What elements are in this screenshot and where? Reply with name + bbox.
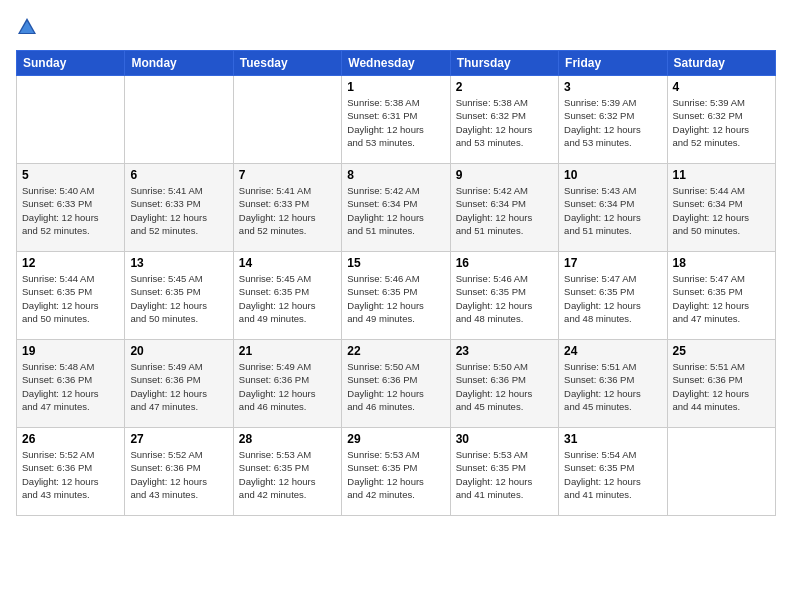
day-number: 24: [564, 344, 661, 358]
weekday-wednesday: Wednesday: [342, 51, 450, 76]
week-row-5: 26Sunrise: 5:52 AM Sunset: 6:36 PM Dayli…: [17, 428, 776, 516]
day-number: 7: [239, 168, 336, 182]
day-info: Sunrise: 5:49 AM Sunset: 6:36 PM Dayligh…: [239, 360, 336, 413]
calendar-cell: 20Sunrise: 5:49 AM Sunset: 6:36 PM Dayli…: [125, 340, 233, 428]
day-info: Sunrise: 5:48 AM Sunset: 6:36 PM Dayligh…: [22, 360, 119, 413]
day-number: 3: [564, 80, 661, 94]
calendar-cell: 13Sunrise: 5:45 AM Sunset: 6:35 PM Dayli…: [125, 252, 233, 340]
day-info: Sunrise: 5:40 AM Sunset: 6:33 PM Dayligh…: [22, 184, 119, 237]
calendar-cell: 11Sunrise: 5:44 AM Sunset: 6:34 PM Dayli…: [667, 164, 775, 252]
day-info: Sunrise: 5:53 AM Sunset: 6:35 PM Dayligh…: [239, 448, 336, 501]
day-number: 23: [456, 344, 553, 358]
day-number: 31: [564, 432, 661, 446]
week-row-4: 19Sunrise: 5:48 AM Sunset: 6:36 PM Dayli…: [17, 340, 776, 428]
day-info: Sunrise: 5:51 AM Sunset: 6:36 PM Dayligh…: [673, 360, 770, 413]
calendar-cell: 23Sunrise: 5:50 AM Sunset: 6:36 PM Dayli…: [450, 340, 558, 428]
week-row-2: 5Sunrise: 5:40 AM Sunset: 6:33 PM Daylig…: [17, 164, 776, 252]
day-number: 21: [239, 344, 336, 358]
day-number: 9: [456, 168, 553, 182]
day-info: Sunrise: 5:46 AM Sunset: 6:35 PM Dayligh…: [456, 272, 553, 325]
day-info: Sunrise: 5:53 AM Sunset: 6:35 PM Dayligh…: [456, 448, 553, 501]
calendar-body: 1Sunrise: 5:38 AM Sunset: 6:31 PM Daylig…: [17, 76, 776, 516]
day-info: Sunrise: 5:42 AM Sunset: 6:34 PM Dayligh…: [456, 184, 553, 237]
calendar-cell: [17, 76, 125, 164]
page-header: [16, 16, 776, 38]
day-info: Sunrise: 5:47 AM Sunset: 6:35 PM Dayligh…: [673, 272, 770, 325]
day-info: Sunrise: 5:50 AM Sunset: 6:36 PM Dayligh…: [347, 360, 444, 413]
calendar-cell: 15Sunrise: 5:46 AM Sunset: 6:35 PM Dayli…: [342, 252, 450, 340]
calendar-cell: 27Sunrise: 5:52 AM Sunset: 6:36 PM Dayli…: [125, 428, 233, 516]
calendar-cell: 18Sunrise: 5:47 AM Sunset: 6:35 PM Dayli…: [667, 252, 775, 340]
calendar-cell: 9Sunrise: 5:42 AM Sunset: 6:34 PM Daylig…: [450, 164, 558, 252]
day-number: 12: [22, 256, 119, 270]
weekday-monday: Monday: [125, 51, 233, 76]
day-info: Sunrise: 5:38 AM Sunset: 6:31 PM Dayligh…: [347, 96, 444, 149]
weekday-friday: Friday: [559, 51, 667, 76]
calendar-cell: 5Sunrise: 5:40 AM Sunset: 6:33 PM Daylig…: [17, 164, 125, 252]
day-number: 20: [130, 344, 227, 358]
calendar-cell: 12Sunrise: 5:44 AM Sunset: 6:35 PM Dayli…: [17, 252, 125, 340]
day-number: 2: [456, 80, 553, 94]
day-info: Sunrise: 5:45 AM Sunset: 6:35 PM Dayligh…: [239, 272, 336, 325]
calendar-cell: 24Sunrise: 5:51 AM Sunset: 6:36 PM Dayli…: [559, 340, 667, 428]
calendar-cell: 4Sunrise: 5:39 AM Sunset: 6:32 PM Daylig…: [667, 76, 775, 164]
day-info: Sunrise: 5:39 AM Sunset: 6:32 PM Dayligh…: [564, 96, 661, 149]
day-info: Sunrise: 5:44 AM Sunset: 6:35 PM Dayligh…: [22, 272, 119, 325]
day-info: Sunrise: 5:45 AM Sunset: 6:35 PM Dayligh…: [130, 272, 227, 325]
calendar-cell: [125, 76, 233, 164]
calendar-cell: 1Sunrise: 5:38 AM Sunset: 6:31 PM Daylig…: [342, 76, 450, 164]
calendar-cell: [233, 76, 341, 164]
calendar-cell: 16Sunrise: 5:46 AM Sunset: 6:35 PM Dayli…: [450, 252, 558, 340]
day-number: 26: [22, 432, 119, 446]
weekday-tuesday: Tuesday: [233, 51, 341, 76]
calendar-cell: 28Sunrise: 5:53 AM Sunset: 6:35 PM Dayli…: [233, 428, 341, 516]
day-info: Sunrise: 5:47 AM Sunset: 6:35 PM Dayligh…: [564, 272, 661, 325]
calendar-cell: 17Sunrise: 5:47 AM Sunset: 6:35 PM Dayli…: [559, 252, 667, 340]
day-info: Sunrise: 5:41 AM Sunset: 6:33 PM Dayligh…: [130, 184, 227, 237]
calendar-cell: 25Sunrise: 5:51 AM Sunset: 6:36 PM Dayli…: [667, 340, 775, 428]
day-info: Sunrise: 5:39 AM Sunset: 6:32 PM Dayligh…: [673, 96, 770, 149]
week-row-3: 12Sunrise: 5:44 AM Sunset: 6:35 PM Dayli…: [17, 252, 776, 340]
day-number: 10: [564, 168, 661, 182]
calendar-cell: 7Sunrise: 5:41 AM Sunset: 6:33 PM Daylig…: [233, 164, 341, 252]
calendar-cell: 21Sunrise: 5:49 AM Sunset: 6:36 PM Dayli…: [233, 340, 341, 428]
calendar-cell: 2Sunrise: 5:38 AM Sunset: 6:32 PM Daylig…: [450, 76, 558, 164]
day-number: 25: [673, 344, 770, 358]
day-info: Sunrise: 5:38 AM Sunset: 6:32 PM Dayligh…: [456, 96, 553, 149]
day-number: 27: [130, 432, 227, 446]
calendar-cell: 22Sunrise: 5:50 AM Sunset: 6:36 PM Dayli…: [342, 340, 450, 428]
day-info: Sunrise: 5:52 AM Sunset: 6:36 PM Dayligh…: [22, 448, 119, 501]
day-number: 1: [347, 80, 444, 94]
day-info: Sunrise: 5:46 AM Sunset: 6:35 PM Dayligh…: [347, 272, 444, 325]
day-number: 18: [673, 256, 770, 270]
day-info: Sunrise: 5:44 AM Sunset: 6:34 PM Dayligh…: [673, 184, 770, 237]
weekday-sunday: Sunday: [17, 51, 125, 76]
calendar-cell: 19Sunrise: 5:48 AM Sunset: 6:36 PM Dayli…: [17, 340, 125, 428]
calendar-cell: 26Sunrise: 5:52 AM Sunset: 6:36 PM Dayli…: [17, 428, 125, 516]
day-info: Sunrise: 5:54 AM Sunset: 6:35 PM Dayligh…: [564, 448, 661, 501]
day-number: 14: [239, 256, 336, 270]
day-number: 30: [456, 432, 553, 446]
day-info: Sunrise: 5:49 AM Sunset: 6:36 PM Dayligh…: [130, 360, 227, 413]
day-number: 4: [673, 80, 770, 94]
day-number: 22: [347, 344, 444, 358]
calendar-cell: [667, 428, 775, 516]
day-number: 15: [347, 256, 444, 270]
day-info: Sunrise: 5:51 AM Sunset: 6:36 PM Dayligh…: [564, 360, 661, 413]
weekday-header-row: SundayMondayTuesdayWednesdayThursdayFrid…: [17, 51, 776, 76]
day-number: 11: [673, 168, 770, 182]
day-number: 8: [347, 168, 444, 182]
week-row-1: 1Sunrise: 5:38 AM Sunset: 6:31 PM Daylig…: [17, 76, 776, 164]
day-number: 28: [239, 432, 336, 446]
day-info: Sunrise: 5:43 AM Sunset: 6:34 PM Dayligh…: [564, 184, 661, 237]
day-info: Sunrise: 5:53 AM Sunset: 6:35 PM Dayligh…: [347, 448, 444, 501]
logo-icon: [16, 16, 38, 38]
calendar-cell: 8Sunrise: 5:42 AM Sunset: 6:34 PM Daylig…: [342, 164, 450, 252]
calendar-cell: 3Sunrise: 5:39 AM Sunset: 6:32 PM Daylig…: [559, 76, 667, 164]
calendar-cell: 30Sunrise: 5:53 AM Sunset: 6:35 PM Dayli…: [450, 428, 558, 516]
day-info: Sunrise: 5:41 AM Sunset: 6:33 PM Dayligh…: [239, 184, 336, 237]
day-info: Sunrise: 5:50 AM Sunset: 6:36 PM Dayligh…: [456, 360, 553, 413]
day-number: 6: [130, 168, 227, 182]
day-number: 29: [347, 432, 444, 446]
weekday-thursday: Thursday: [450, 51, 558, 76]
